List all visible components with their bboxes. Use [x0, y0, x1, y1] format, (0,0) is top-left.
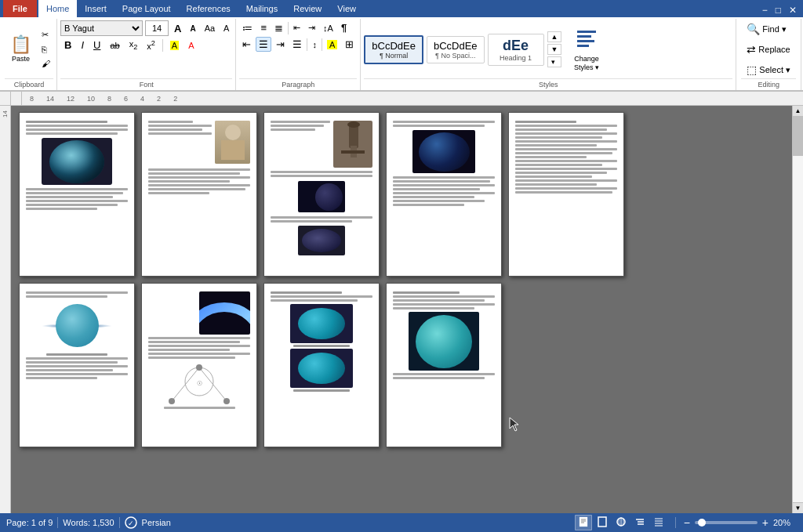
- select-button[interactable]: ⬚ Select ▾: [741, 61, 796, 78]
- align-center-button[interactable]: ☰: [256, 37, 271, 52]
- page-4: [386, 112, 502, 277]
- vertical-ruler: 2468101214161820222426: [0, 106, 11, 513]
- language[interactable]: Persian: [142, 518, 171, 527]
- zoom-slider-thumb: [698, 519, 706, 527]
- scroll-thumb[interactable]: [793, 117, 803, 156]
- shading-button[interactable]: A: [324, 38, 340, 51]
- font-shrink-button[interactable]: A: [187, 23, 198, 34]
- paragraph-label: Paragraph: [239, 78, 357, 90]
- clear-format-button[interactable]: A: [220, 22, 232, 34]
- copy-button[interactable]: ⎘: [38, 43, 53, 56]
- change-styles-button[interactable]: ChangeStyles ▾: [565, 24, 608, 76]
- justify-button[interactable]: ☰: [289, 37, 305, 52]
- tab-pagelayout[interactable]: Page Layout: [114, 0, 179, 17]
- font-size-input[interactable]: [145, 20, 169, 36]
- page-9: [386, 283, 502, 447]
- sort-button[interactable]: ↕A: [320, 22, 336, 34]
- font-color-button[interactable]: A: [184, 39, 198, 52]
- font-name-selector[interactable]: B Yagut: [60, 20, 143, 36]
- page-6: [19, 283, 135, 447]
- paragraph-group: ≔ ≡ ≣ ⇤ ⇥ ↕A ¶ ⇤ ☰ ⇥ ☰ ↕: [236, 19, 361, 90]
- styles-scroll-down[interactable]: ▼: [547, 44, 562, 55]
- style-nospacing-button[interactable]: bCcDdEe ¶ No Spaci...: [427, 36, 485, 63]
- style-heading1-label: Heading 1: [495, 54, 537, 62]
- outline-button[interactable]: [631, 515, 649, 530]
- styles-more[interactable]: ▾: [547, 56, 562, 67]
- clipboard-group: 📋 Paste ✂ ⎘ 🖌 Clipboard: [2, 19, 57, 90]
- italic-button[interactable]: I: [77, 38, 88, 52]
- web-layout-button[interactable]: [612, 515, 630, 530]
- file-tab[interactable]: File: [3, 0, 37, 17]
- font-grow-button[interactable]: A: [171, 21, 184, 36]
- multilevel-button[interactable]: ≣: [271, 20, 286, 35]
- borders-button[interactable]: ⊞: [342, 37, 357, 52]
- svg-rect-3: [577, 45, 589, 47]
- svg-rect-23: [598, 517, 606, 527]
- editing-label: Editing: [741, 78, 796, 90]
- editing-group: 🔍 Find ▾ ⇄ Replace ⬚ Select ▾ Editing: [736, 19, 801, 90]
- cut-button[interactable]: ✂: [38, 28, 53, 42]
- page-2: [141, 112, 257, 277]
- strikethrough-button[interactable]: ab: [106, 39, 123, 52]
- style-nospacing-label: ¶ No Spaci...: [434, 52, 478, 60]
- font-label: Font: [60, 78, 232, 90]
- clipboard-label: Clipboard: [5, 78, 53, 90]
- word-count: Words: 1,530: [63, 518, 114, 527]
- increase-indent-button[interactable]: ⇥: [305, 21, 318, 34]
- tab-insert[interactable]: Insert: [77, 0, 114, 17]
- fullscreen-button[interactable]: [594, 515, 611, 530]
- horizontal-ruler: 8 14 12 10 8 6 4 2 2: [22, 92, 792, 105]
- show-hide-button[interactable]: ¶: [338, 20, 350, 35]
- view-buttons: [575, 515, 667, 530]
- bold-button[interactable]: B: [60, 38, 75, 52]
- zoom-out-button[interactable]: −: [684, 516, 690, 529]
- svg-rect-7: [341, 150, 365, 154]
- subscript-button[interactable]: x2: [125, 38, 142, 52]
- svg-line-11: [199, 367, 227, 401]
- vertical-scrollbar[interactable]: ▲ ▼: [792, 106, 803, 513]
- styles-scroll-up[interactable]: ▲: [547, 31, 562, 42]
- text-highlight-button[interactable]: A: [166, 39, 183, 52]
- font-group: B Yagut A A Aa A B I U ab x2 x2: [57, 19, 236, 90]
- underline-button[interactable]: U: [89, 38, 104, 52]
- page-3: [263, 112, 380, 277]
- tab-home[interactable]: Home: [38, 0, 77, 17]
- line-spacing-button[interactable]: ↕: [309, 38, 320, 51]
- tab-references[interactable]: References: [179, 0, 238, 17]
- tab-review[interactable]: Review: [285, 0, 329, 17]
- zoom-in-button[interactable]: +: [762, 516, 768, 529]
- print-layout-button[interactable]: [575, 515, 592, 530]
- superscript-button[interactable]: x2: [143, 38, 159, 52]
- paste-button[interactable]: 📋 Paste: [5, 20, 37, 77]
- page-1: [19, 112, 135, 277]
- tab-view[interactable]: View: [329, 0, 364, 17]
- status-bar: Page: 1 of 9 Words: 1,530 ✓ Persian: [0, 513, 803, 532]
- align-left-button[interactable]: ⇤: [239, 37, 254, 52]
- scroll-up-button[interactable]: ▲: [793, 106, 803, 117]
- decrease-indent-button[interactable]: ⇤: [290, 21, 303, 34]
- find-button[interactable]: 🔍 Find ▾: [741, 20, 796, 38]
- style-normal-button[interactable]: bCcDdEe ¶ Normal: [364, 35, 423, 64]
- format-paint-button[interactable]: 🖌: [38, 57, 53, 70]
- cursor-pointer: [508, 416, 521, 432]
- svg-line-10: [172, 367, 199, 401]
- tab-mailings[interactable]: Mailings: [238, 0, 285, 17]
- ribbon: 📋 Paste ✂ ⎘ 🖌 Clipboard B Yagut: [0, 17, 803, 92]
- scroll-down-button[interactable]: ▼: [793, 502, 803, 513]
- svg-text:☉: ☉: [197, 380, 202, 387]
- svg-point-12: [169, 398, 175, 404]
- change-styles-label: ChangeStyles ▾: [574, 55, 599, 72]
- replace-button[interactable]: ⇄ Replace: [741, 41, 796, 58]
- style-normal-preview: bCcDdEe: [372, 40, 416, 52]
- page-5: [508, 112, 624, 277]
- page-7: ☉: [141, 283, 257, 447]
- draft-button[interactable]: [650, 515, 667, 530]
- numbering-button[interactable]: ≡: [257, 20, 270, 35]
- svg-rect-1: [577, 35, 591, 38]
- spell-check-icon[interactable]: ✓: [125, 516, 137, 529]
- bullets-button[interactable]: ≔: [239, 20, 256, 35]
- zoom-slider-track[interactable]: [695, 521, 758, 524]
- style-heading1-button[interactable]: dEe Heading 1: [488, 34, 544, 66]
- align-right-button[interactable]: ⇥: [273, 37, 288, 52]
- change-case-button[interactable]: Aa: [202, 22, 218, 34]
